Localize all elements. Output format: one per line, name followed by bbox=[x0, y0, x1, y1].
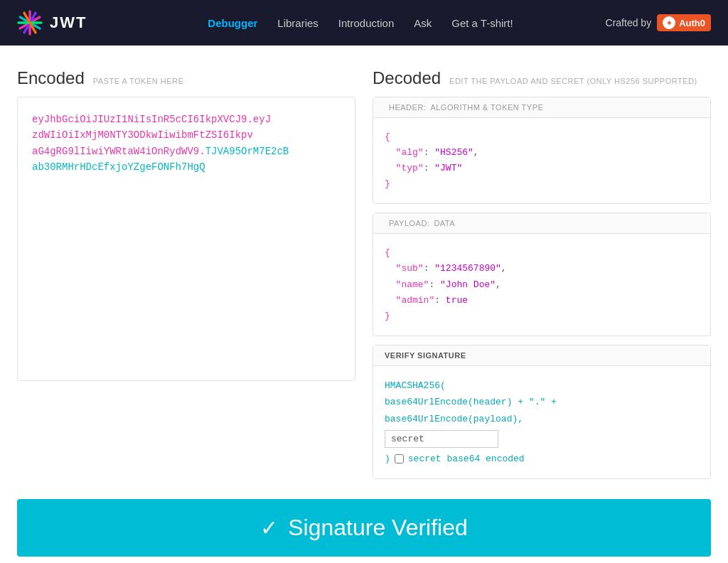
decoded-title: Decoded bbox=[373, 68, 441, 88]
encoded-panel: Encoded PASTE A TOKEN HERE eyJhbGciOiJIU… bbox=[17, 68, 355, 488]
verify-checkbox-row: ) secret base64 encoded bbox=[385, 451, 699, 467]
encoded-panel-header: Encoded PASTE A TOKEN HERE bbox=[17, 68, 355, 88]
payload-sub-value: "1234567890" bbox=[434, 263, 501, 274]
payload-section: PAYLOAD:DATA { "sub": "1234567890", "nam… bbox=[373, 213, 711, 336]
nav-introduction[interactable]: Introduction bbox=[338, 17, 394, 29]
base64-checkbox[interactable] bbox=[395, 454, 404, 463]
header-close-brace: } bbox=[385, 178, 390, 189]
header-section: HEADER:ALGORITHM & TOKEN TYPE { "alg": "… bbox=[373, 97, 711, 204]
nav-tshirt[interactable]: Get a T-shirt! bbox=[451, 17, 513, 29]
header-open-brace: { bbox=[385, 132, 390, 142]
header-alg-key: "alg" bbox=[396, 147, 424, 158]
auth0-label: Auth0 bbox=[679, 18, 705, 28]
logo[interactable]: JWТ bbox=[17, 10, 87, 36]
check-circle-icon: ✓ bbox=[260, 515, 278, 540]
base64-label: secret base64 encoded bbox=[408, 451, 525, 467]
nav-ask[interactable]: Ask bbox=[414, 17, 432, 29]
signature-verified-text: Signature Verified bbox=[288, 515, 468, 541]
main-content: Encoded PASTE A TOKEN HERE eyJhbGciOiJIU… bbox=[0, 45, 728, 488]
decoded-panel-header: Decoded EDIT THE PAYLOAD AND SECRET (ONL… bbox=[373, 68, 711, 88]
verify-line3: base64UrlEncode(payload), bbox=[385, 411, 699, 427]
verify-input-row bbox=[385, 430, 699, 448]
crafted-by: Crafted by ✦ Auth0 bbox=[606, 14, 711, 31]
encoded-token-box[interactable]: eyJhbGciOiJIUzI1NiIsInR5cCI6IkpXVCJ9.eyJ… bbox=[17, 97, 355, 381]
token-part1: eyJhbGciOiJIUzI1NiIsInR5cCI6IkpXVCJ9. bbox=[32, 114, 253, 125]
verify-section: VERIFY SIGNATURE HMACSHA256( base64UrlEn… bbox=[373, 345, 711, 480]
header-section-body[interactable]: { "alg": "HS256", "typ": "JWT" } bbox=[373, 118, 710, 203]
crafted-by-label: Crafted by bbox=[606, 17, 652, 28]
verify-section-body: HMACSHA256( base64UrlEncode(header) + ".… bbox=[373, 366, 710, 479]
signature-verified-banner: ✓ Signature Verified bbox=[17, 499, 711, 557]
payload-close-brace: } bbox=[385, 311, 390, 321]
encoded-title: Encoded bbox=[17, 68, 85, 88]
payload-name-value: "John Doe" bbox=[440, 279, 496, 290]
payload-admin-key: "admin" bbox=[396, 295, 435, 306]
payload-sub-key: "sub" bbox=[396, 263, 424, 274]
header-section-label: HEADER:ALGORITHM & TOKEN TYPE bbox=[373, 97, 710, 118]
secret-input[interactable] bbox=[385, 430, 498, 448]
header-typ-key: "typ" bbox=[396, 163, 424, 173]
navbar: JWТ Debugger Libraries Introduction Ask … bbox=[0, 0, 728, 45]
verify-closing: ) bbox=[385, 451, 390, 467]
payload-section-body[interactable]: { "sub": "1234567890", "name": "John Doe… bbox=[373, 234, 710, 335]
payload-open-brace: { bbox=[385, 247, 390, 258]
header-section-desc: ALGORITHM & TOKEN TYPE bbox=[430, 103, 543, 112]
verify-line1: HMACSHA256( bbox=[385, 377, 699, 394]
auth0-badge[interactable]: ✦ Auth0 bbox=[657, 14, 711, 31]
payload-name-key: "name" bbox=[396, 279, 429, 290]
payload-section-label: PAYLOAD:DATA bbox=[373, 213, 710, 234]
logo-text: JWТ bbox=[50, 14, 87, 32]
encoded-subtitle: PASTE A TOKEN HERE bbox=[93, 77, 184, 85]
jwt-logo-icon bbox=[17, 10, 43, 36]
nav-libraries[interactable]: Libraries bbox=[277, 17, 318, 29]
nav-links: Debugger Libraries Introduction Ask Get … bbox=[115, 17, 605, 29]
decoded-subtitle: EDIT THE PAYLOAD AND SECRET (ONLY HS256 … bbox=[449, 77, 697, 85]
decoded-panel: Decoded EDIT THE PAYLOAD AND SECRET (ONL… bbox=[373, 68, 711, 488]
auth0-icon: ✦ bbox=[663, 16, 675, 29]
verify-line2: base64UrlEncode(header) + "." + bbox=[385, 394, 699, 410]
verify-section-label: VERIFY SIGNATURE bbox=[373, 345, 710, 366]
payload-admin-value: true bbox=[446, 295, 468, 306]
payload-section-desc: DATA bbox=[434, 219, 455, 227]
header-typ-value: "JWT" bbox=[434, 163, 462, 173]
header-alg-value: "HS256" bbox=[434, 147, 473, 158]
nav-debugger[interactable]: Debugger bbox=[208, 17, 257, 29]
